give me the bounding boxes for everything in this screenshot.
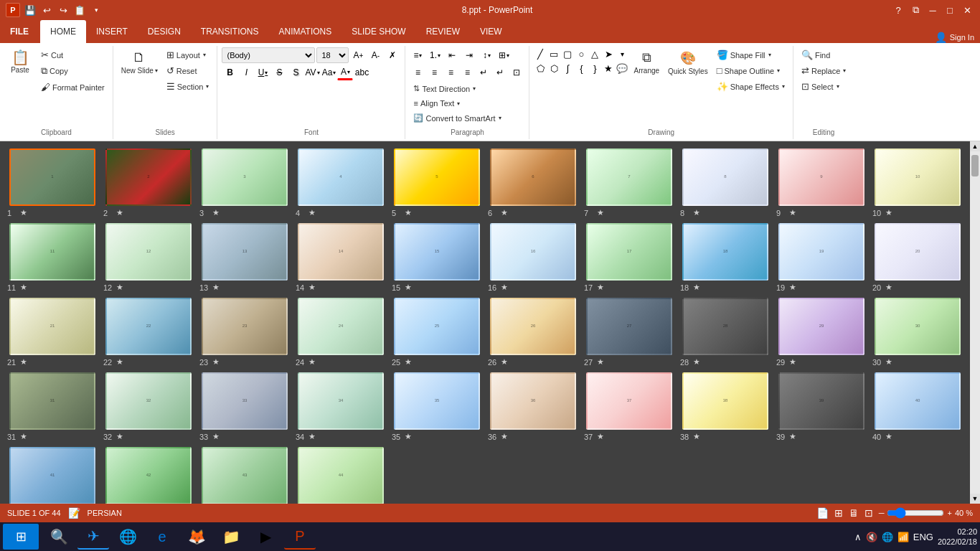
cut-button[interactable]: ✂ Cut [37,47,108,62]
taskbar-app-telegram[interactable]: ✈ [77,524,109,550]
abc-button[interactable]: abc [354,65,369,80]
shape-fill-button[interactable]: 🪣 Shape Fill ▾ [713,47,788,62]
shape-oval[interactable]: ○ [575,47,588,60]
font-family-select[interactable]: (Body) [222,47,315,63]
slide-star-1[interactable]: ★ [20,208,27,217]
slide-sorter-button[interactable]: ⊞ [834,507,843,519]
slide-thumb-33[interactable]: 33 [202,372,288,430]
slide-star-26[interactable]: ★ [501,357,508,367]
wifi-icon[interactable]: 📶 [897,532,909,542]
underline-button[interactable]: U▾ [255,65,270,80]
slide-thumb-23[interactable]: 23 [202,298,288,355]
slide-thumb-37[interactable]: 37 [586,372,672,430]
strikethrough-button[interactable]: S [271,65,287,80]
slide-star-20[interactable]: ★ [885,283,892,292]
slide-thumb-21[interactable]: 21 [9,298,95,355]
select-dropdown[interactable]: ▾ [837,83,839,90]
slide-thumb-14[interactable]: 14 [298,223,384,281]
slide-item-44[interactable]: 4444★ [296,447,386,504]
slide-star-35[interactable]: ★ [405,432,412,441]
shape-fill-dropdown[interactable]: ▾ [768,52,771,58]
slide-show-button[interactable]: ⊡ [864,507,873,519]
taskbar-app-media[interactable]: ▶ [250,524,281,550]
slide-item-6[interactable]: 66★ [488,149,578,217]
tab-home[interactable]: HOME [40,20,86,43]
slide-thumb-35[interactable]: 35 [394,372,480,430]
section-dropdown[interactable]: ▾ [206,83,209,90]
slide-item-32[interactable]: 3232★ [103,372,194,441]
zoom-slider[interactable] [887,507,944,519]
slide-item-23[interactable]: 2323★ [199,298,290,367]
slide-item-36[interactable]: 3636★ [488,372,578,441]
slide-thumb-34[interactable]: 34 [298,372,384,430]
align-text-button[interactable]: ≡ Align Text ▾ [410,97,463,110]
para-settings-button[interactable]: ⊡ [509,65,524,80]
slide-thumb-10[interactable]: 10 [875,149,961,206]
close-button[interactable]: ✕ [960,3,974,17]
slide-item-40[interactable]: 4040★ [872,372,963,441]
line-spacing-button[interactable]: ↕▾ [479,47,494,63]
decrease-font-button[interactable]: A- [367,47,383,63]
slide-star-38[interactable]: ★ [693,432,700,441]
slide-item-39[interactable]: 3939★ [776,372,867,441]
shape-hex[interactable]: ⬡ [547,62,560,75]
shape-triangle[interactable]: △ [588,47,601,60]
shadow-button[interactable]: S [288,65,303,80]
slide-star-25[interactable]: ★ [405,357,412,367]
slide-item-15[interactable]: 1515★ [392,223,482,292]
slide-star-23[interactable]: ★ [212,357,220,367]
slide-thumb-32[interactable]: 32 [105,372,192,430]
taskbar-app-edge[interactable]: e [146,524,178,550]
notes-icon[interactable]: 📝 [68,507,80,519]
slide-thumb-28[interactable]: 28 [682,298,768,355]
shape-right-arrow[interactable]: ➤ [602,47,615,60]
slide-thumb-25[interactable]: 25 [394,298,480,355]
slide-star-8[interactable]: ★ [693,208,700,217]
slide-item-21[interactable]: 2121★ [7,298,98,367]
ltr-button[interactable]: ↵ [492,65,508,80]
shape-bracket[interactable]: { [575,62,588,75]
slide-item-12[interactable]: 1212★ [103,223,194,292]
shape-callout[interactable]: 💬 [616,62,628,75]
slide-item-13[interactable]: 1313★ [199,223,290,292]
slide-star-16[interactable]: ★ [501,283,508,292]
slide-thumb-30[interactable]: 30 [875,298,961,355]
slide-star-33[interactable]: ★ [212,432,220,441]
font-color-button[interactable]: A▾ [337,65,353,80]
slide-item-22[interactable]: 2222★ [103,298,194,367]
slide-item-26[interactable]: 2626★ [488,298,578,367]
increase-indent-button[interactable]: ⇥ [461,47,477,63]
scroll-up-button[interactable]: ▲ [970,141,980,151]
taskbar-app-files[interactable]: 📁 [215,524,247,550]
slide-item-18[interactable]: 1818★ [680,223,771,292]
tab-animations[interactable]: ANIMATIONS [268,20,341,43]
slide-item-20[interactable]: 2020★ [872,223,963,292]
slide-thumb-38[interactable]: 38 [682,372,768,430]
bold-button[interactable]: B [222,65,237,80]
copy-button[interactable]: ⧉ Copy [37,63,108,79]
slide-item-11[interactable]: 1111★ [7,223,98,292]
slide-item-3[interactable]: 33★ [199,149,290,217]
convert-smartart-dropdown[interactable]: ▾ [499,115,501,121]
slide-item-7[interactable]: 77★ [584,149,674,217]
shape-pentagon[interactable]: ⬠ [534,62,547,75]
slide-star-37[interactable]: ★ [597,432,604,441]
slide-star-27[interactable]: ★ [597,357,604,367]
slide-star-13[interactable]: ★ [212,283,220,292]
slide-item-25[interactable]: 2525★ [392,298,482,367]
slide-item-43[interactable]: 4343★ [199,447,290,504]
slide-thumb-6[interactable]: 6 [490,149,576,206]
tab-file[interactable]: FILE [0,20,39,43]
reset-button[interactable]: ↺ Reset [163,63,213,78]
slide-item-10[interactable]: 1010★ [872,149,963,217]
change-case-button[interactable]: Aa▾ [321,65,336,80]
slide-item-41[interactable]: 4141★ [7,447,98,504]
char-spacing-button[interactable]: AV▾ [304,65,320,80]
slide-thumb-31[interactable]: 31 [9,372,95,430]
text-direction-dropdown[interactable]: ▾ [473,85,476,92]
zoom-out-button[interactable]: ─ [879,509,885,517]
slide-star-15[interactable]: ★ [405,283,412,292]
slide-star-9[interactable]: ★ [789,208,796,217]
slide-star-17[interactable]: ★ [597,283,604,292]
align-text-dropdown[interactable]: ▾ [457,100,460,107]
